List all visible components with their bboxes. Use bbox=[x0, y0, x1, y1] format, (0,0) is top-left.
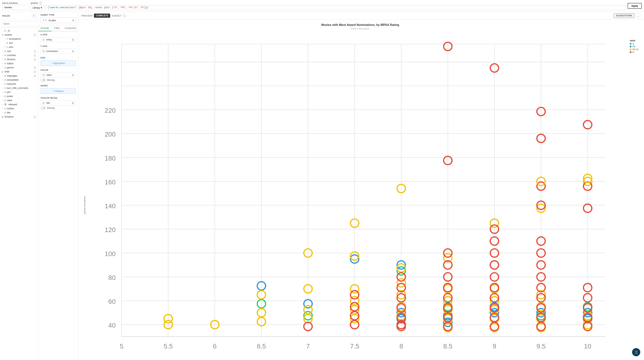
field-item-genres[interactable]: ⠿ A genres [] bbox=[0, 65, 38, 70]
field-item-poster[interactable]: ⠿ A poster bbox=[0, 94, 38, 98]
legend-label-pg13: PG-13 bbox=[632, 48, 638, 50]
size-label: Size bbox=[40, 57, 76, 59]
y-axis-field-name: nominations bbox=[46, 50, 70, 52]
preview-label[interactable]: PREVIEW bbox=[81, 14, 92, 17]
legend-dot-g bbox=[630, 43, 632, 45]
chart-title: Movies with Most Award Nominations, by M… bbox=[321, 23, 399, 27]
tab-encode[interactable]: Encode bbox=[38, 25, 52, 31]
field-badge: [] bbox=[34, 54, 36, 57]
svg-text:160: 160 bbox=[104, 178, 116, 186]
chart-panel: PREVIEW COMPLETE SUBSET i SUGGESTIONS ..… bbox=[78, 12, 644, 360]
field-badge: {} bbox=[33, 71, 36, 73]
chart-type-section: CHART TYPE ⚬⚬ Scatter ▾ bbox=[38, 12, 78, 25]
field-item-metacritic[interactable]: ⠿ # metacritic bbox=[0, 82, 38, 86]
color-remove-button[interactable]: 🗑 bbox=[72, 74, 74, 76]
drag-handle: ⠿ bbox=[4, 38, 6, 40]
y-axis-label-text: awards.nominations bbox=[82, 196, 86, 214]
drag-handle: ⠿ bbox=[2, 50, 3, 52]
x-axis-remove-button[interactable]: 🗑 bbox=[72, 38, 74, 41]
field-name: plot bbox=[7, 91, 36, 93]
query-info-icon[interactable]: i bbox=[39, 2, 42, 5]
chart-description[interactable]: Enter a description bbox=[351, 27, 370, 30]
chart-type-value: Scatter bbox=[48, 19, 71, 22]
field-item-countries[interactable]: ⠿ A countries [] bbox=[0, 53, 38, 57]
chart-inner: awards.nominations bbox=[82, 32, 624, 360]
legend-item-r: R bbox=[630, 51, 638, 53]
field-item-num-mflix[interactable]: ⠿ # num_mflix_comments bbox=[0, 86, 38, 90]
query-row: Library ▾ {"awards.nominations": {$gte: … bbox=[30, 5, 625, 10]
field-item-released[interactable]: ⠿ 📅 released bbox=[0, 102, 38, 106]
field-item-fullplot[interactable]: ⠿ A fullplot bbox=[0, 61, 38, 65]
main-content: FIELDS + ⠿ A _id ▼ awards {} ⠿ bbox=[0, 12, 644, 360]
tooltip-label: Tooltip Detail bbox=[40, 97, 76, 99]
field-name: text bbox=[9, 42, 36, 44]
field-name: runtime bbox=[6, 107, 36, 110]
chart-info-icon[interactable]: i bbox=[123, 14, 126, 17]
encode-tabs: Encode Filter Customize bbox=[38, 25, 78, 31]
svg-text:120: 120 bbox=[104, 226, 116, 233]
y-axis-section: Y Axis # nominations 🗑 bbox=[40, 45, 76, 54]
field-item-text[interactable]: ⠿ A text bbox=[2, 41, 38, 45]
library-button[interactable]: Library ▾ bbox=[30, 5, 44, 10]
query-label: Query i bbox=[30, 2, 625, 5]
field-name: _id bbox=[7, 29, 36, 32]
y-axis-remove-button[interactable]: 🗑 bbox=[72, 50, 74, 52]
subset-label[interactable]: SUBSET bbox=[112, 14, 121, 17]
field-group-awards[interactable]: ▼ awards {} bbox=[0, 33, 38, 37]
field-item-languages[interactable]: ⠿ A languages [] bbox=[0, 74, 38, 78]
tab-filter[interactable]: Filter bbox=[52, 25, 62, 31]
field-group-imdb[interactable]: ▶ imdb {} bbox=[0, 70, 38, 74]
field-type-icon: # bbox=[4, 87, 6, 89]
field-item-rated[interactable]: ⠿ A rated bbox=[0, 98, 38, 102]
complete-badge[interactable]: COMPLETE bbox=[94, 13, 110, 18]
chart-type-selector[interactable]: ⚬⚬ Scatter ▾ bbox=[40, 17, 76, 23]
suggestions-button[interactable]: SUGGESTIONS bbox=[614, 13, 634, 18]
tab-customize[interactable]: Customize bbox=[62, 25, 78, 31]
svg-text:7.5: 7.5 bbox=[350, 343, 359, 350]
field-item-nominations[interactable]: ⠿ # nominations bbox=[2, 37, 38, 41]
fields-panel: FIELDS + ⠿ A _id ▼ awards {} ⠿ bbox=[0, 12, 38, 360]
fields-search-input[interactable] bbox=[2, 21, 36, 26]
field-name: genres bbox=[7, 66, 32, 69]
field-item-runtime[interactable]: ⠿ # runtime bbox=[0, 106, 38, 111]
field-name: languages bbox=[7, 74, 32, 77]
add-field-button[interactable]: + bbox=[32, 14, 36, 18]
field-name: lastupdated bbox=[7, 79, 36, 81]
data-source-input[interactable] bbox=[2, 5, 28, 10]
tooltip-remove-button[interactable]: 🗑 bbox=[72, 102, 74, 104]
tooltip-binning-toggle[interactable] bbox=[40, 106, 46, 109]
tooltip-binning-row: Binning bbox=[40, 106, 76, 109]
field-item-plot[interactable]: ⠿ A plot bbox=[0, 90, 38, 94]
tooltip-field-type: A bbox=[42, 102, 45, 104]
drag-handle: ⠿ bbox=[2, 54, 3, 56]
field-name: fullplot bbox=[7, 62, 36, 65]
color-binning-toggle[interactable] bbox=[40, 79, 46, 82]
field-group-tomatoes[interactable]: ▶ tomatoes {} bbox=[0, 115, 38, 119]
chart-legend: rated G PG PG-13 bbox=[630, 39, 638, 54]
field-type-icon: A bbox=[4, 112, 6, 114]
drag-handle: ⠿ bbox=[2, 87, 3, 89]
field-badge: [] bbox=[34, 58, 36, 61]
avatar-button[interactable]: 👤 bbox=[632, 348, 640, 356]
field-item-id[interactable]: ⠿ A _id bbox=[0, 29, 38, 33]
query-section: Query i Library ▾ {"awards.nominations":… bbox=[30, 2, 625, 10]
svg-text:7: 7 bbox=[306, 343, 310, 350]
legend-item-pg: PG bbox=[630, 45, 638, 48]
add-aggregation-button[interactable]: + Aggregation bbox=[40, 60, 76, 66]
field-item-directors[interactable]: ⠿ A directors [] bbox=[0, 57, 38, 61]
field-type-icon: A bbox=[4, 66, 6, 69]
field-item-title[interactable]: ⠿ A title bbox=[0, 111, 38, 115]
x-axis-field-type: # bbox=[42, 38, 45, 41]
query-input[interactable]: {"awards.nominations": {$gte: 30}, rated… bbox=[46, 5, 625, 10]
field-item-wins[interactable]: ⠿ # wins bbox=[2, 45, 38, 49]
field-item-cast[interactable]: ⠿ A cast [] bbox=[0, 49, 38, 53]
more-button[interactable]: ... bbox=[636, 13, 641, 18]
field-type-icon: A bbox=[4, 95, 6, 97]
field-item-lastupdated[interactable]: ⠿ A lastupdated bbox=[0, 78, 38, 82]
field-badge: [] bbox=[34, 66, 36, 69]
data-source-label: Data Source bbox=[2, 2, 28, 4]
encode-content: X Axis # rating 🗑 Y Axis # nominations 🗑 bbox=[38, 31, 78, 360]
apply-button[interactable]: Apply bbox=[628, 3, 642, 9]
drag-handle: ⠿ bbox=[2, 83, 3, 85]
add-category-button[interactable]: + Category bbox=[40, 88, 76, 94]
